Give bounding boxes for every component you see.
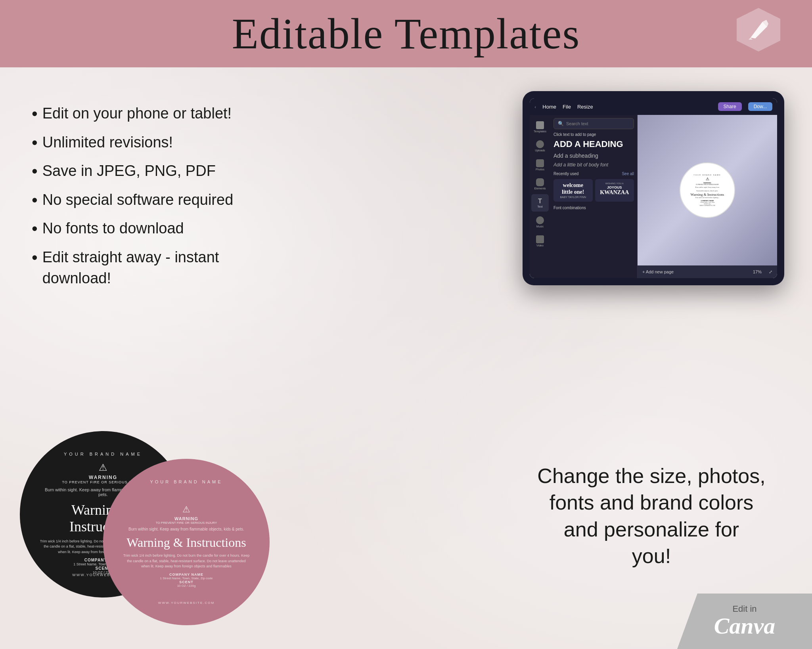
bullet-text-3: Save in JPEG, PNG, PDF [42,160,216,181]
right-text-main: Change the size, photos, fonts and brand… [523,463,780,570]
header-section: Editable Templates [0,0,812,67]
pink-address: 1 Street Name, Town, State, Zip code [123,576,250,580]
canva-canvas-background: YOUR BRAND NAME ⚠ WARNING TO PREVENT FIR… [638,115,777,265]
sidebar-item-photos[interactable]: Photos [531,156,549,174]
music-icon [536,216,544,224]
joyous-text: JOYOUS [607,185,622,189]
bullet-dot-4: • [32,189,38,211]
sidebar-item-music[interactable]: Music [531,213,549,231]
panel-heading[interactable]: ADD A HEADING [553,139,634,149]
font-card-kwanzaa[interactable]: WISHING YOU A JOYOUS KWANZAA [595,179,634,202]
canva-sidebar: Templates Uploads Photos Elements [530,115,550,278]
sidebar-item-elements[interactable]: Elements [531,175,549,193]
pencil-icon [737,8,780,52]
bullet-dot-6: • [32,247,38,269]
sidebar-label-photos: Photos [536,168,544,171]
kwanzaa-text: KWANZAA [600,189,629,196]
bullet-item-3: • Save in JPEG, PNG, PDF [32,160,262,182]
bullet-dot-1: • [32,103,38,125]
bullet-dot-2: • [32,132,38,154]
page-title: Editable Templates [232,9,580,59]
bullet-text-1: Edit on your phone or tablet! [42,103,232,124]
wishing-text: WISHING YOU A [605,182,624,185]
right-text-line1: Change the size, photos, [537,464,765,487]
bullet-dot-3: • [32,160,38,182]
tablet-screen: ‹ Home File Resize Share Dow... Template… [530,98,777,278]
canva-nav-resize[interactable]: Resize [577,104,593,110]
canva-topbar: ‹ Home File Resize Share Dow... [530,98,777,115]
pink-company-label: COMPANY NAME [123,573,250,576]
canva-search-box[interactable]: 🔍 Search text [553,118,634,129]
font-card-welcome[interactable]: welcomelittle one! BABY TAYLOR FINN [553,179,593,202]
canva-label-website: WWW.YOURWEBSITE.COM [699,205,715,206]
sidebar-label-templates: Templates [534,130,546,133]
pink-prevent-text: TO PREVENT FIRE OR SERIOUS INJURY [123,521,250,525]
sidebar-label-video: Video [536,244,544,247]
black-label-brand-text: YOUR BRAND NAME [64,452,142,456]
canva-back-arrow[interactable]: ‹ [534,103,536,110]
sidebar-item-templates[interactable]: Templates [531,118,549,136]
canva-label-flammable: flammable objects, kids & pets. [696,190,718,192]
pink-scent: 10 OZ / 220g [123,584,250,588]
bullet-item-6: • Edit straight away - instant download! [32,247,262,289]
recently-used-header: Recently used See all [553,172,634,176]
bullet-text-6: Edit straight away - instant download! [42,247,262,289]
search-placeholder-text: Search text [566,121,588,126]
sidebar-item-video[interactable]: Video [531,232,549,250]
tablet-frame: ‹ Home File Resize Share Dow... Template… [523,91,784,285]
bullet-section: • Edit on your phone or tablet! • Unlimi… [32,103,262,296]
zoom-level[interactable]: 17% [753,269,762,274]
expand-icon[interactable]: ⤢ [769,269,772,275]
canva-branding-section: Edit in Canva [677,594,812,649]
font-combinations-label[interactable]: Font combinations [553,206,634,210]
pink-warning-icon: ⚠ [123,504,250,515]
elements-icon [536,178,544,186]
pink-label-brand-text: YOUR BRAND NAME [150,479,222,484]
sidebar-label-music: Music [536,225,544,228]
text-icon: T [538,198,542,204]
pink-body: Trim wick 1/4 inch before lighting. Do n… [123,553,250,569]
pink-label-circle: YOUR BRAND NAME ⚠ WARNING TO PREVENT FIR… [103,459,270,625]
welcome-text: welcomelittle one! [562,182,584,196]
sidebar-label-uploads: Uploads [535,149,545,152]
templates-icon [536,121,544,129]
see-all-button[interactable]: See all [622,172,634,176]
right-text-section: Change the size, photos, fonts and brand… [523,463,780,570]
pink-heading: Warning & Instructions [123,535,250,550]
video-icon [536,235,544,243]
canva-nav-home[interactable]: Home [542,104,556,110]
bullet-dot-5: • [32,218,38,240]
pink-subtext: Burn within sight. Keep away from flamma… [123,527,250,531]
bullet-item-2: • Unlimited revisions! [32,132,262,154]
canva-label-brand-text: YOUR BRAND NAME [693,174,721,176]
bullet-item-5: • No fonts to download [32,218,262,240]
right-text-line4: you! [632,544,671,567]
main-content: • Edit on your phone or tablet! • Unlimi… [0,67,812,649]
panel-instruction: Click text to add to page [553,132,634,137]
canva-nav-file[interactable]: File [563,104,571,110]
bullet-text-4: No special software required [42,189,234,210]
pink-scent-label: SCENT [123,580,250,584]
canva-label-warning-icon: ⚠ [706,177,709,181]
canva-share-button[interactable]: Share [718,102,742,111]
canva-label-burn: Burn within sight. Keep away from [695,186,719,188]
pink-website: WWW.YOURWEBSITE.COM [158,601,214,605]
canva-bottom-bar: + Add new page 17% ⤢ [638,265,777,278]
canva-label-preview: YOUR BRAND NAME ⚠ WARNING TO PREVENT FIR… [680,162,735,218]
baby-text: BABY TAYLOR FINN [560,196,586,199]
search-icon: 🔍 [558,121,564,126]
panel-subheading[interactable]: Add a subheading [553,153,634,159]
pencil-svg-icon [747,18,770,42]
canva-download-button[interactable]: Dow... [748,102,772,111]
recently-used-label: Recently used [553,172,578,176]
add-page-button[interactable]: + Add new page [642,269,674,274]
tablet-mockup: ‹ Home File Resize Share Dow... Template… [523,91,784,285]
panel-body-font[interactable]: Add a little bit of body font [553,162,634,168]
right-text-line2: fonts and brand colors [550,491,754,514]
canva-body: Templates Uploads Photos Elements [530,115,777,278]
sidebar-item-uploads[interactable]: Uploads [531,137,549,155]
sidebar-item-text[interactable]: T Text [531,194,549,212]
sidebar-label-elements: Elements [534,187,546,190]
sidebar-label-text: Text [538,205,543,208]
pink-label-content: ⚠ WARNING TO PREVENT FIRE OR SERIOUS INJ… [123,504,250,588]
